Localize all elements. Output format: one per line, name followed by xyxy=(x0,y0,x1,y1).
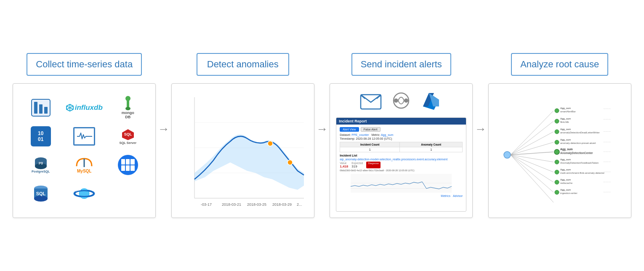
svg-text:Agg_sum: Agg_sum xyxy=(560,168,571,171)
ir-expected-lbl: Expected xyxy=(351,162,363,165)
mongodb-text: mongoDB xyxy=(122,111,134,120)
mysql-icon: MySQL xyxy=(69,153,99,177)
stage-detect: Detect anomalies -03-17 2018-03-2 xyxy=(171,53,315,218)
svg-point-10 xyxy=(125,107,130,110)
sqlserver-icon: SQL SQL Server xyxy=(113,125,143,148)
pipeline-container: Collect time-series data xyxy=(0,45,644,226)
ir-dataset-value: PPE_counter xyxy=(351,133,369,136)
ir-timestamp-line: Timestamp: 2020-08-28 12:05:00 (UTC) xyxy=(340,137,463,140)
mongodb-icon: mongoDB xyxy=(113,96,143,120)
svg-text:SQL: SQL xyxy=(124,132,132,136)
svg-point-32 xyxy=(268,141,273,146)
webhook-alert-icon xyxy=(390,91,412,112)
stage-alerts-label: Send incident alerts xyxy=(351,53,451,76)
svg-text:smartAlertBar: smartAlertBar xyxy=(560,110,576,113)
svg-line-55 xyxy=(511,155,554,192)
false-alert-btn[interactable]: False Alert xyxy=(361,127,381,132)
ir-advisor-link[interactable]: Advisor xyxy=(453,194,463,197)
svg-text:Agg_sum: Agg_sum xyxy=(560,158,571,161)
svg-point-63 xyxy=(555,130,559,134)
svg-text:anomaly-detection-preset-atver: anomaly-detection-preset-atvert xyxy=(560,142,596,144)
grid-db-icon xyxy=(113,153,143,177)
stage-alerts: Send incident alerts xyxy=(330,53,473,218)
arrow-1: → xyxy=(156,123,171,148)
svg-point-75 xyxy=(555,170,559,174)
ir-incident-count-header: Incident Count xyxy=(340,142,400,147)
ir-anomaly-count-header: Anomaly Count xyxy=(400,142,463,147)
svg-point-46 xyxy=(504,151,511,158)
stage-detect-label: Detect anomalies xyxy=(197,53,289,76)
svg-text:Agg_sum: Agg_sum xyxy=(560,128,571,130)
svg-text:2...: 2... xyxy=(297,202,302,207)
stage-collect-label: Collect time-series data xyxy=(27,53,142,76)
ir-btn-row: Alert View False Alert xyxy=(340,127,463,132)
svg-point-60 xyxy=(555,119,559,123)
ir-exp-col: Expected 319 xyxy=(351,162,363,168)
azure-alert-icon xyxy=(420,91,442,112)
svg-text:flink.fdb: flink.fdb xyxy=(560,121,569,123)
stage-collect-content: influxdb mongoDB 1001 xyxy=(13,83,156,218)
stage-rootcause-content: Agg_sum smartAlertBar Agg_sum flink.fdb … xyxy=(488,83,631,218)
alert-view-btn[interactable]: Alert View xyxy=(340,127,359,132)
planet-icon xyxy=(69,182,99,205)
svg-point-81 xyxy=(555,190,559,194)
ir-value-lbl: Value xyxy=(340,162,348,165)
svg-text:Agg_sum: Agg_sum xyxy=(560,138,571,141)
ir-value-expected-row: Value 1,418 Expected 319 Diagnose xyxy=(340,162,463,168)
ir-chart-title: 09db2360-0b62-4e12-a6ee-0b1c732e3aa9 - 2… xyxy=(340,169,463,172)
ir-ts-label: Timestamp: xyxy=(340,137,355,140)
svg-text:2018-03-29: 2018-03-29 xyxy=(272,202,292,207)
svg-point-57 xyxy=(555,109,559,113)
ir-diagnose-btn[interactable]: Diagnose xyxy=(366,162,380,168)
stage-rootcause: Analyze root cause xyxy=(488,53,632,218)
anomaly-chart: -03-17 2018-03-21 2018-03-25 2018-03-29 … xyxy=(180,89,306,213)
sql-barrel-icon: SQL xyxy=(26,182,56,205)
svg-text:Agg_sum: Agg_sum xyxy=(560,189,571,191)
svg-rect-2 xyxy=(39,104,43,114)
svg-text:.............: ............. xyxy=(603,130,611,132)
svg-line-48 xyxy=(511,121,554,155)
svg-rect-1 xyxy=(34,102,37,114)
arrow-icon-2: → xyxy=(316,123,328,135)
svg-text:.............: ............. xyxy=(603,180,611,183)
svg-point-41 xyxy=(394,98,398,103)
grafana-icon xyxy=(26,96,56,120)
ir-title: Incident Report xyxy=(336,118,466,125)
postgresql-text: PostgreSQL xyxy=(32,170,50,173)
svg-text:2018-03-21: 2018-03-21 xyxy=(222,202,241,207)
ir-ts-value: 2020-08-28 12:05:00 (UTC) xyxy=(356,137,392,140)
svg-text:-03-17: -03-17 xyxy=(201,202,212,207)
stage-alerts-content: Incident Report Alert View False Alert D… xyxy=(330,83,473,218)
svg-text:AnomalyDetectionFeedbackTaken: AnomalyDetectionFeedbackTaken xyxy=(560,162,599,164)
svg-text:2018-03-25: 2018-03-25 xyxy=(247,202,266,207)
arrow-3: → xyxy=(473,123,488,148)
svg-rect-3 xyxy=(44,107,48,114)
svg-text:Agg_sum: Agg_sum xyxy=(560,178,571,181)
svg-point-78 xyxy=(555,180,559,184)
svg-text:Agg_sum: Agg_sum xyxy=(560,107,571,109)
svg-text:.............: ............. xyxy=(603,170,611,173)
email-alert-icon xyxy=(360,91,382,112)
arrow-2: → xyxy=(314,123,330,148)
svg-line-56 xyxy=(511,155,554,202)
ir-metrics-link[interactable]: Metrics xyxy=(441,194,450,197)
svg-point-72 xyxy=(555,160,559,164)
svg-text:SQL: SQL xyxy=(36,191,45,196)
svg-text:AnomalyDetectionCenter: AnomalyDetectionCenter xyxy=(560,151,593,155)
stage-detect-content: -03-17 2018-03-21 2018-03-25 2018-03-29 … xyxy=(171,83,314,218)
svg-line-53 xyxy=(511,155,554,172)
stage-rootcause-label: Analyze root cause xyxy=(511,53,608,76)
influxdb-icon: influxdb xyxy=(63,96,105,120)
ir-incident-id: aip_anomaly-detection-model-selection_re… xyxy=(340,158,447,161)
postgresql-icon: pg PostgreSQL xyxy=(26,153,56,177)
sqlserver-text: SQL Server xyxy=(119,141,136,145)
mysql-text: MySQL xyxy=(77,169,91,173)
svg-text:.............: ............. xyxy=(603,107,611,109)
arrow-icon-1: → xyxy=(158,123,170,135)
arrow-icon-3: → xyxy=(475,123,487,135)
ir-expected-val: 319 xyxy=(351,165,363,168)
ir-mini-chart xyxy=(340,174,463,193)
ir-val-col: Value 1,418 xyxy=(340,162,348,168)
svg-text:ingestion-writer: ingestion-writer xyxy=(560,192,577,194)
svg-line-49 xyxy=(511,132,554,155)
